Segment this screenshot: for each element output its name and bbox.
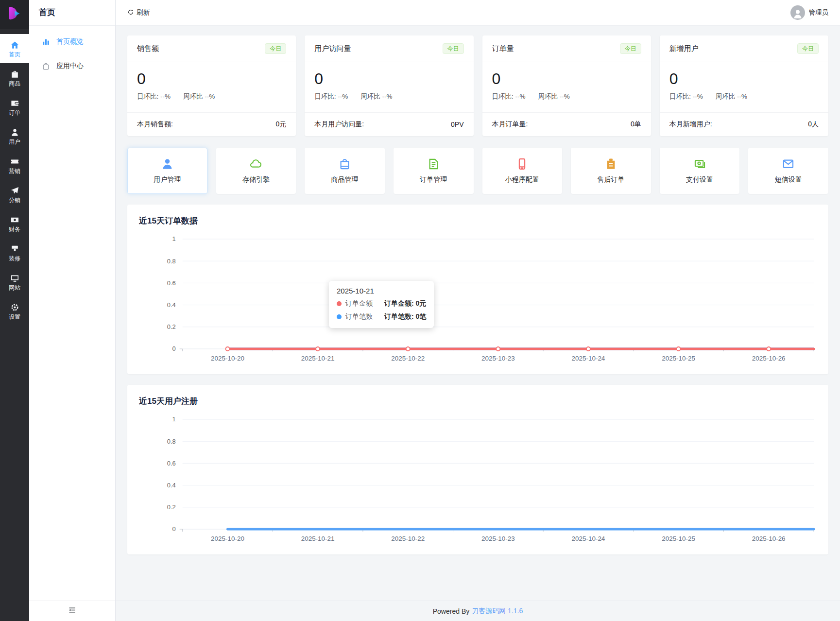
stat-card-title: 订单量 xyxy=(492,44,514,53)
quick-link-order-doc[interactable]: 订单管理 xyxy=(394,148,474,194)
rail-item-users[interactable]: 用户 xyxy=(0,121,29,151)
series-name: 订单金额 xyxy=(345,299,373,308)
order-doc-icon xyxy=(427,157,440,171)
day-ratio: 日环比: --% xyxy=(137,92,171,101)
quick-link-label: 用户管理 xyxy=(154,175,181,184)
submenu-item-label: 首页概览 xyxy=(56,37,84,46)
rail-item-settings[interactable]: 设置 xyxy=(0,296,29,326)
stat-card: 订单量 今日 0 日环比: --% 周环比 --% 本月订单量: 0单 xyxy=(482,35,651,136)
quick-link-sms-mail[interactable]: 短信设置 xyxy=(748,148,828,194)
quick-link-user-manage[interactable]: 用户管理 xyxy=(127,148,207,194)
today-badge: 今日 xyxy=(443,43,464,54)
svg-text:2025-10-22: 2025-10-22 xyxy=(391,535,425,542)
stat-card-header: 用户访问量 今日 xyxy=(305,35,473,62)
rail-item-orders[interactable]: 订单 xyxy=(0,92,29,121)
svg-text:0.6: 0.6 xyxy=(167,279,176,287)
stat-card-title: 用户访问量 xyxy=(314,44,351,53)
primary-sidebar: 首页 商品 订单 用户 营销 分销 财务 装修 网站 设置 xyxy=(0,0,29,621)
svg-text:0.8: 0.8 xyxy=(167,258,176,265)
day-ratio: 日环比: --% xyxy=(314,92,348,101)
chart-registrations[interactable]: 10.80.60.40.202025-10-202025-10-212025-1… xyxy=(139,413,817,545)
rail-item-distribution[interactable]: 分销 xyxy=(0,180,29,209)
svg-text:0.2: 0.2 xyxy=(167,503,176,511)
settings-icon xyxy=(10,303,19,312)
rail-item-label: 网站 xyxy=(9,285,20,291)
tooltip-date: 2025-10-21 xyxy=(337,287,426,295)
stat-card-body: 0 日环比: --% 周环比 --% xyxy=(482,62,651,112)
aftersale-clipboard-icon xyxy=(604,157,617,171)
app-root: 首页 商品 订单 用户 营销 分销 财务 装修 网站 设置 首页 首页概览 应用… xyxy=(0,0,840,621)
submenu-items: 首页概览 应用中心 xyxy=(29,26,115,601)
svg-text:0.6: 0.6 xyxy=(167,460,176,467)
quick-link-label: 存储引擎 xyxy=(242,175,270,184)
stat-card-title: 新增用户 xyxy=(669,44,699,53)
svg-text:2025-10-25: 2025-10-25 xyxy=(662,535,695,542)
rail-item-decorate[interactable]: 装修 xyxy=(0,238,29,267)
quick-link-aftersale-clipboard[interactable]: 售后订单 xyxy=(571,148,651,194)
goods-bag-icon xyxy=(338,157,351,171)
website-icon xyxy=(10,274,19,283)
avatar xyxy=(790,5,805,20)
miniprogram-phone-icon xyxy=(515,157,529,171)
stat-card-footer: 本月销售额: 0元 xyxy=(127,112,296,136)
storage-cloud-icon xyxy=(249,157,262,171)
stat-footer-value: 0元 xyxy=(275,120,286,129)
rail-item-home[interactable]: 首页 xyxy=(0,34,29,63)
rail-item-label: 设置 xyxy=(9,314,20,320)
vendor-link[interactable]: 刀客源码网 1.1.6 xyxy=(472,607,523,616)
chart-orders[interactable]: 10.80.60.40.202025-10-202025-10-212025-1… xyxy=(139,232,817,364)
chart-title: 近15天订单数据 xyxy=(139,215,817,226)
rail-item-marketing[interactable]: 营销 xyxy=(0,151,29,180)
stat-card-value: 0 xyxy=(137,70,286,87)
stat-footer-value: 0人 xyxy=(808,120,819,129)
day-ratio: 日环比: --% xyxy=(669,92,703,101)
svg-text:0: 0 xyxy=(172,345,176,352)
quick-link-payment-money[interactable]: 支付设置 xyxy=(660,148,740,194)
rail-item-label: 装修 xyxy=(9,256,20,261)
rail-item-label: 财务 xyxy=(9,226,20,232)
app-center-icon xyxy=(42,62,50,70)
rail-item-goods[interactable]: 商品 xyxy=(0,63,29,92)
rail-item-label: 商品 xyxy=(9,81,20,86)
rail-item-label: 用户 xyxy=(9,139,20,145)
payment-money-icon xyxy=(693,157,706,171)
main-area: 刷新 管理员 销售额 今日 0 日环比: --% 周环比 --% xyxy=(116,0,840,621)
today-badge: 今日 xyxy=(620,43,641,54)
svg-text:0.2: 0.2 xyxy=(167,323,176,330)
svg-text:1: 1 xyxy=(172,235,176,242)
tooltip-row: 订单笔数 订单笔数: 0笔 xyxy=(337,312,426,321)
app-logo[interactable] xyxy=(0,0,29,29)
logo-icon xyxy=(5,4,24,25)
sms-mail-icon xyxy=(782,157,795,171)
secondary-sidebar: 首页 首页概览 应用中心 xyxy=(29,0,116,621)
stat-footer-label: 本月订单量: xyxy=(492,120,528,129)
stat-footer-label: 本月销售额: xyxy=(137,120,173,129)
svg-text:2025-10-22: 2025-10-22 xyxy=(391,355,425,362)
quick-link-storage-cloud[interactable]: 存储引擎 xyxy=(216,148,296,194)
refresh-button[interactable]: 刷新 xyxy=(127,8,150,17)
distribution-icon xyxy=(10,186,19,195)
rail-item-website[interactable]: 网站 xyxy=(0,267,29,296)
svg-text:0.8: 0.8 xyxy=(167,438,176,445)
rail-item-label: 首页 xyxy=(9,52,20,57)
stat-card-header: 新增用户 今日 xyxy=(660,35,828,62)
svg-text:2025-10-26: 2025-10-26 xyxy=(752,355,786,362)
submenu-item-app-center[interactable]: 应用中心 xyxy=(29,54,115,78)
quick-link-miniprogram-phone[interactable]: 小程序配置 xyxy=(482,148,563,194)
submenu-item-overview[interactable]: 首页概览 xyxy=(29,30,115,54)
stat-card-header: 销售额 今日 xyxy=(127,35,296,62)
user-menu[interactable]: 管理员 xyxy=(790,5,829,20)
svg-text:0.4: 0.4 xyxy=(167,482,176,489)
chart-title: 近15天用户注册 xyxy=(139,396,817,407)
submenu-item-label: 应用中心 xyxy=(56,62,84,70)
svg-text:2025-10-21: 2025-10-21 xyxy=(301,535,335,542)
quick-link-label: 小程序配置 xyxy=(505,175,539,184)
stat-footer-value: 0单 xyxy=(631,120,641,129)
submenu-title: 首页 xyxy=(29,0,115,26)
sidebar-collapse-button[interactable] xyxy=(29,601,115,621)
quick-link-goods-bag[interactable]: 商品管理 xyxy=(305,148,385,194)
collapse-icon xyxy=(68,606,76,616)
week-ratio: 周环比 --% xyxy=(183,92,215,101)
stat-card-footer: 本月新增用户: 0人 xyxy=(660,112,828,136)
rail-item-finance[interactable]: 财务 xyxy=(0,209,29,238)
